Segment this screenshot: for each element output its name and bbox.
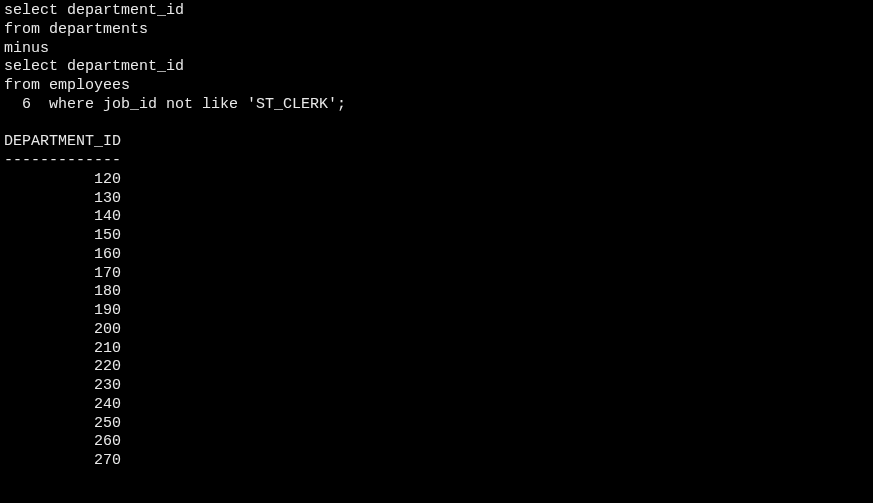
sql-line-2: from departments [4, 21, 869, 40]
result-row: 230 [4, 377, 869, 396]
result-row: 190 [4, 302, 869, 321]
result-row: 170 [4, 265, 869, 284]
result-row: 160 [4, 246, 869, 265]
result-row: 120 [4, 171, 869, 190]
sql-line-1: select department_id [4, 2, 869, 21]
result-row: 260 [4, 433, 869, 452]
blank-line [4, 115, 869, 134]
result-row: 210 [4, 340, 869, 359]
result-row: 130 [4, 190, 869, 209]
result-row: 250 [4, 415, 869, 434]
result-row: 180 [4, 283, 869, 302]
result-row: 270 [4, 452, 869, 471]
sql-line-5: from employees [4, 77, 869, 96]
result-row: 140 [4, 208, 869, 227]
sql-line-3: minus [4, 40, 869, 59]
result-row: 240 [4, 396, 869, 415]
result-row: 150 [4, 227, 869, 246]
result-row: 200 [4, 321, 869, 340]
column-header: DEPARTMENT_ID [4, 133, 869, 152]
sql-line-4: select department_id [4, 58, 869, 77]
result-row: 220 [4, 358, 869, 377]
sql-line-6: 6 where job_id not like 'ST_CLERK'; [4, 96, 869, 115]
column-separator: ------------- [4, 152, 869, 171]
